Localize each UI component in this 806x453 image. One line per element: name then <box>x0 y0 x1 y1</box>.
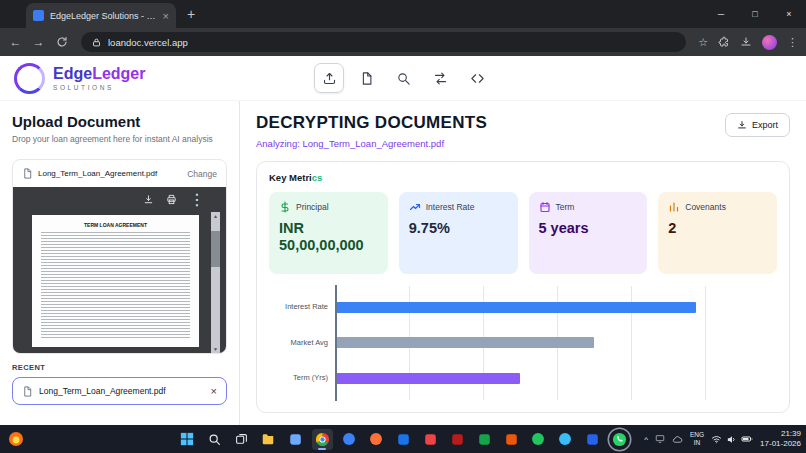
clock-date: 17-01-2026 <box>760 439 801 449</box>
pdf-preview: ⋮ TERM LOAN AGREEMENT ▲ ▼ <box>13 187 226 353</box>
back-icon[interactable]: ← <box>8 35 23 49</box>
chart-plot-area <box>335 290 705 396</box>
reload-icon[interactable] <box>54 36 69 48</box>
bars-icon <box>668 201 680 213</box>
bookmark-star-icon[interactable]: ☆ <box>698 36 708 49</box>
tray-chevron-icon[interactable]: ^ <box>644 435 648 444</box>
browser-tab[interactable]: EdgeLedger Solutions - Digital... × <box>26 3 176 28</box>
recent-file-item[interactable]: Long_Term_Loan_Agreement.pdf × <box>12 377 227 405</box>
document-tool-button[interactable] <box>351 63 381 93</box>
language-line2: IN <box>690 439 704 447</box>
extensions-puzzle-icon[interactable] <box>718 36 730 48</box>
pdf-more-icon[interactable]: ⋮ <box>189 190 205 209</box>
trend-icon <box>409 201 421 213</box>
search-icon <box>396 71 411 86</box>
monitor-icon[interactable] <box>655 434 665 444</box>
whatsapp-icon[interactable] <box>609 429 630 450</box>
downloads-icon[interactable] <box>740 36 752 48</box>
chart-row <box>335 325 705 360</box>
pdf-document-title: TERM LOAN AGREEMENT <box>41 222 190 228</box>
code-tool-button[interactable] <box>462 63 492 93</box>
toolbar-right: ☆ ⋮ <box>698 35 798 50</box>
pdf-print-icon[interactable] <box>166 194 177 205</box>
browser-toolbar: ← → loandoc.vercel.app ☆ ⋮ <box>0 28 806 56</box>
tab-close-icon[interactable]: × <box>163 10 169 22</box>
powerpoint-icon[interactable] <box>501 429 522 450</box>
quick-settings[interactable] <box>711 433 753 445</box>
store-icon[interactable] <box>447 429 468 450</box>
chrome-icon[interactable] <box>312 429 333 450</box>
paint-icon[interactable] <box>582 429 603 450</box>
brand-subtitle: SOLUTIONS <box>53 84 145 91</box>
window-minimize-button[interactable]: ─ <box>704 0 738 28</box>
compare-icon <box>433 71 448 86</box>
language-line1: ENG <box>690 431 704 439</box>
photos-icon[interactable] <box>285 429 306 450</box>
chart-bar-term-yrs- <box>335 373 520 384</box>
web-page: EdgeLedger SOLUTIONS Upload Document Dro… <box>0 56 806 425</box>
metric-label: Interest Rate <box>426 202 475 212</box>
metrics-grid: PrincipalINR 50,00,00,000Interest Rate9.… <box>269 192 777 274</box>
language-indicator[interactable]: ENG IN <box>690 431 704 447</box>
remove-recent-icon[interactable]: × <box>211 385 217 397</box>
windows-taskbar: ^ ENG IN <box>0 425 806 453</box>
search-tool-button[interactable] <box>388 63 418 93</box>
task-view-icon[interactable] <box>231 429 252 450</box>
recent-label: RECENT <box>12 363 227 372</box>
forward-icon[interactable]: → <box>31 35 46 49</box>
analyzing-status: Analyzing: Long_Term_Loan_Agreement.pdf <box>256 138 487 149</box>
document-icon <box>359 71 374 86</box>
lock-icon <box>92 38 101 47</box>
gmail-icon[interactable] <box>420 429 441 450</box>
volume-icon <box>726 434 737 445</box>
url-text: loandoc.vercel.app <box>108 37 188 48</box>
firefox-icon[interactable] <box>366 429 387 450</box>
outlook-icon[interactable] <box>393 429 414 450</box>
chart-label: Term (Yrs) <box>269 361 335 396</box>
pdf-download-icon[interactable] <box>143 194 154 205</box>
change-file-button[interactable]: Change <box>187 169 217 179</box>
window-controls: ─ □ × <box>704 0 806 28</box>
edge-icon[interactable] <box>339 429 360 450</box>
recent-file-name: Long_Term_Loan_Agreement.pdf <box>39 386 205 396</box>
analysis-header: DECRYPTING DOCUMENTS Analyzing: Long_Ter… <box>256 113 487 149</box>
menu-dots-icon[interactable]: ⋮ <box>787 36 798 49</box>
analysis-panel: DECRYPTING DOCUMENTS Analyzing: Long_Ter… <box>240 101 806 425</box>
profile-avatar[interactable] <box>762 35 777 50</box>
pdf-scrollbar-thumb[interactable] <box>211 231 220 267</box>
search-icon[interactable] <box>204 429 225 450</box>
chart-y-axis <box>335 285 337 401</box>
address-bar[interactable]: loandoc.vercel.app <box>81 32 686 52</box>
excel-icon[interactable] <box>474 429 495 450</box>
pdf-document-page: TERM LOAN AGREEMENT <box>32 215 199 347</box>
key-metrics-text: Key Metri <box>269 172 312 183</box>
compare-tool-button[interactable] <box>425 63 455 93</box>
file-icon <box>22 386 33 397</box>
taskbar-clock[interactable]: 21:39 17-01-2026 <box>760 429 801 449</box>
edgeledger-logo <box>14 63 45 94</box>
scroll-up-icon[interactable]: ▲ <box>213 213 218 219</box>
analysis-card: Key Metrics PrincipalINR 50,00,00,000Int… <box>256 161 790 413</box>
window-close-button[interactable]: × <box>772 0 806 28</box>
new-tab-button[interactable]: + <box>187 6 195 22</box>
metric-label: Covenants <box>685 202 726 212</box>
telegram-icon[interactable] <box>555 429 576 450</box>
start-icon[interactable] <box>177 429 198 450</box>
export-button[interactable]: Export <box>725 113 790 137</box>
weather-widget-icon[interactable] <box>8 431 24 447</box>
file-explorer-icon[interactable] <box>258 429 279 450</box>
scroll-down-icon[interactable]: ▼ <box>213 346 218 352</box>
onedrive-icon[interactable] <box>672 434 683 445</box>
app-header: EdgeLedger SOLUTIONS <box>0 56 806 101</box>
page-title: DECRYPTING DOCUMENTS <box>256 113 487 133</box>
chart-label: Market Avg <box>269 325 335 360</box>
chart-row <box>335 290 705 325</box>
metric-value: INR 50,00,00,000 <box>279 220 378 253</box>
metric-card-term: Term5 years <box>529 192 648 274</box>
comparison-chart: Interest RateMarket AvgTerm (Yrs) <box>269 290 705 396</box>
chart-bar-interest-rate <box>335 302 696 313</box>
uploaded-file-card: Long_Term_Loan_Agreement.pdf Change ⋮ <box>12 159 227 354</box>
upload-tool-button[interactable] <box>314 63 344 93</box>
spotify-icon[interactable] <box>528 429 549 450</box>
window-maximize-button[interactable]: □ <box>738 0 772 28</box>
